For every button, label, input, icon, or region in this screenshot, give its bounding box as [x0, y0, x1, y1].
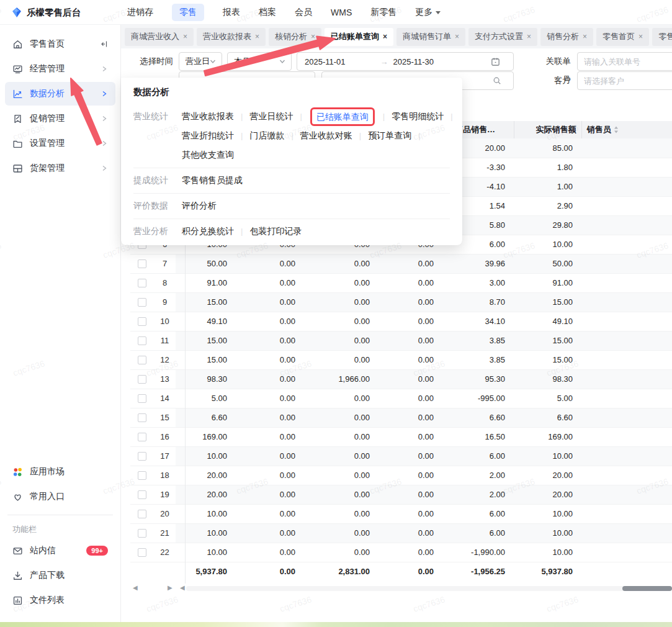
cell-r8-c5: 3.00	[442, 273, 514, 292]
close-icon[interactable]: ×	[583, 32, 587, 41]
tab-7[interactable]: 销售分析×	[540, 28, 593, 46]
menu-item[interactable]: 零售销售员提成	[182, 175, 243, 185]
column-header-6[interactable]: 实际销售额	[514, 121, 581, 138]
customer-input-box[interactable]	[577, 71, 672, 90]
close-icon[interactable]: ×	[183, 32, 187, 41]
horizontal-scrollbar-track[interactable]	[186, 586, 672, 591]
cell-r16-c6: 169.00	[514, 427, 581, 446]
menu-item[interactable]: 包装打印记录	[249, 226, 302, 236]
close-icon[interactable]: ×	[311, 32, 315, 41]
sidebar-item-3[interactable]: 数据分析	[5, 82, 115, 106]
ref-number-input[interactable]	[578, 53, 672, 70]
cell-r9-c7	[581, 292, 672, 312]
row-checkbox[interactable]	[138, 452, 146, 461]
column-header-7[interactable]: 销售员	[581, 121, 672, 138]
scroll-right-button[interactable]: ▶	[168, 584, 172, 591]
top-nav-item-2[interactable]: 零售	[172, 4, 204, 21]
menu-item[interactable]: 门店缴款	[249, 130, 284, 140]
tab-6[interactable]: 支付方式设置×	[468, 28, 537, 46]
row-checkbox[interactable]	[138, 413, 146, 422]
top-nav-item-5[interactable]: 会员	[295, 7, 312, 18]
menu-item-separator: |	[450, 112, 452, 121]
sidebar-bottom-item-1[interactable]: 应用市场	[5, 460, 115, 484]
cell-r10-c4: 0.00	[379, 312, 442, 331]
close-icon[interactable]: ×	[255, 32, 259, 41]
row-checkbox[interactable]	[138, 356, 146, 364]
menu-item-highlighted[interactable]: 已结账单查询	[310, 107, 375, 126]
menu-item[interactable]: 零售明细统计	[392, 111, 444, 121]
menu-item[interactable]: 预订单查询	[368, 130, 411, 140]
ref-number-input-box[interactable]	[577, 52, 672, 71]
row-checkbox[interactable]	[138, 433, 146, 441]
sort-icon[interactable]	[614, 126, 619, 133]
cell-r6-c7	[581, 235, 672, 254]
tab-4[interactable]: 已结账单查询×	[325, 28, 393, 46]
row-checkbox[interactable]	[138, 336, 146, 345]
menu-item[interactable]: 积分兑换统计	[182, 226, 234, 236]
top-nav-item-3[interactable]: 报表	[223, 7, 240, 18]
top-nav-item-6[interactable]: WMS	[331, 7, 352, 17]
menu-item[interactable]: 营业收款对账	[300, 130, 352, 140]
row-checkbox[interactable]	[138, 375, 146, 384]
top-nav-item-7[interactable]: 新零售	[370, 7, 396, 18]
time-type-select[interactable]: 营业日	[179, 52, 222, 71]
row-checkbox[interactable]	[138, 259, 146, 268]
row-checkbox-cell	[130, 331, 154, 350]
date-end-value[interactable]: 2025-11-30	[393, 57, 434, 66]
collapse-sidebar-icon[interactable]	[99, 40, 108, 48]
close-icon[interactable]: ×	[527, 32, 531, 41]
menu-item[interactable]: 营业收款报表	[182, 111, 234, 121]
tab-2[interactable]: 营业收款报表×	[197, 28, 266, 46]
top-nav-item-1[interactable]: 进销存	[127, 7, 153, 18]
cell-r14-c5: -995.00	[442, 389, 514, 408]
monitor-icon	[12, 64, 23, 74]
menu-item[interactable]: 其他收支查询	[182, 150, 234, 160]
sidebar-tool-item-2[interactable]: 产品下载	[5, 564, 115, 587]
scroll-left-button[interactable]: ◀	[133, 584, 138, 591]
sidebar-item-2[interactable]: 经营管理	[5, 57, 115, 81]
horizontal-scrollbar-thumb[interactable]	[622, 586, 672, 591]
scroll-left-frozen-button[interactable]: ◀	[180, 584, 185, 591]
customer-label: 客户	[539, 71, 571, 90]
row-checkbox[interactable]	[138, 529, 146, 538]
top-nav-item-4[interactable]: 档案	[259, 7, 276, 18]
top-nav-item-8[interactable]: 更多	[415, 7, 441, 18]
tab-3[interactable]: 核销分析×	[269, 28, 321, 46]
cell-r7-c2: 0.00	[236, 254, 304, 273]
row-checkbox[interactable]	[138, 298, 146, 307]
tab-1[interactable]: 商城营业收入×	[125, 28, 194, 46]
sidebar-item-4[interactable]: 促销管理	[5, 107, 115, 130]
row-checkbox-cell	[130, 292, 154, 312]
sidebar-item-5[interactable]: 设置管理	[5, 132, 115, 155]
sidebar-tool-item-1[interactable]: 站内信99+	[5, 539, 115, 562]
customer-input[interactable]	[578, 72, 672, 89]
close-icon[interactable]: ×	[455, 32, 459, 41]
close-icon[interactable]: ×	[383, 32, 387, 41]
period-select[interactable]: 本月	[227, 52, 292, 71]
tab-9[interactable]: 零售报表设计×	[652, 28, 672, 46]
close-icon[interactable]: ×	[638, 32, 643, 41]
menu-item[interactable]: 营业折扣统计	[182, 130, 234, 140]
row-checkbox[interactable]	[138, 490, 146, 499]
row-checkbox[interactable]	[138, 317, 146, 326]
menu-item[interactable]: 评价分析	[182, 201, 217, 210]
cell-r22-c2: 0.00	[236, 543, 304, 562]
row-checkbox[interactable]	[138, 394, 146, 403]
sidebar-item-6[interactable]: 货架管理	[5, 156, 115, 180]
totals-cell-2: 0.00	[236, 562, 304, 580]
row-checkbox[interactable]	[138, 548, 146, 557]
date-start-value[interactable]: 2025-11-01	[305, 57, 346, 66]
sidebar-tool-item-3[interactable]: 文件列表	[5, 589, 115, 612]
row-checkbox[interactable]	[138, 510, 146, 518]
tab-5[interactable]: 商城销售订单×	[396, 28, 465, 46]
tab-8[interactable]: 零售首页×	[596, 28, 649, 46]
menu-item[interactable]: 营业日统计	[249, 111, 293, 121]
table-row: 156.600.000.000.006.606.60	[130, 408, 672, 427]
cell-r19-c3: 0.00	[304, 485, 379, 504]
row-checkbox[interactable]	[138, 471, 146, 480]
date-range-input[interactable]: 2025-11-01 → 2025-11-30	[297, 52, 514, 71]
sidebar-item-1[interactable]: 零售首页	[5, 32, 115, 56]
row-checkbox[interactable]	[138, 279, 146, 287]
sidebar-bottom-item-2[interactable]: 常用入口	[5, 485, 115, 508]
search-icon[interactable]	[493, 76, 501, 85]
